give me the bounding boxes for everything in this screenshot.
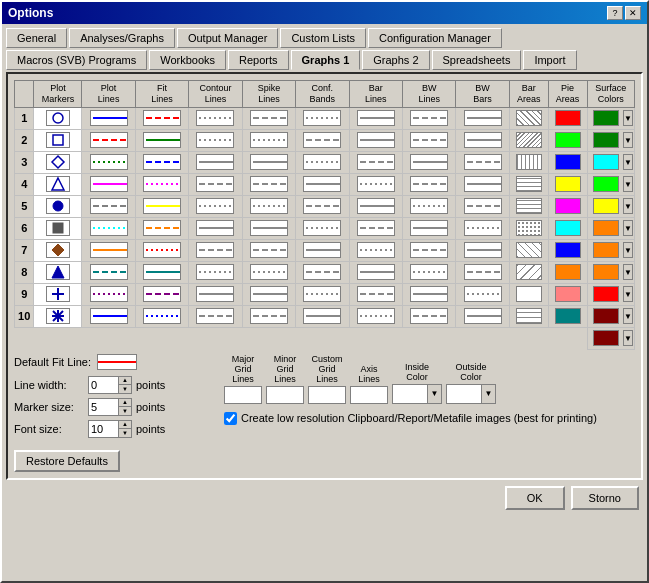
- bw-bar-cell[interactable]: [456, 239, 509, 261]
- spike-line-cell[interactable]: [242, 195, 295, 217]
- conf-band-cell[interactable]: [296, 217, 349, 239]
- bw-line-cell[interactable]: [402, 283, 455, 305]
- bw-line-cell[interactable]: [402, 129, 455, 151]
- bw-bar-cell[interactable]: [456, 261, 509, 283]
- surface-color-cell[interactable]: ▼: [587, 129, 635, 151]
- bar-area-cell[interactable]: [509, 129, 548, 151]
- marker-size-up[interactable]: ▲: [119, 399, 131, 407]
- spike-line-cell[interactable]: [242, 217, 295, 239]
- tab-graphs1[interactable]: Graphs 1: [291, 50, 361, 70]
- conf-band-cell[interactable]: [296, 173, 349, 195]
- inside-color-arrow[interactable]: ▼: [427, 385, 441, 403]
- plot-line-cell[interactable]: [82, 283, 135, 305]
- bw-bar-cell[interactable]: [456, 151, 509, 173]
- bar-line-cell[interactable]: [349, 129, 402, 151]
- marker-cell[interactable]: [34, 217, 82, 239]
- tab-reports[interactable]: Reports: [228, 50, 289, 70]
- bw-line-cell[interactable]: [402, 239, 455, 261]
- bar-area-cell[interactable]: [509, 217, 548, 239]
- bar-area-cell[interactable]: [509, 305, 548, 327]
- marker-cell[interactable]: [34, 173, 82, 195]
- font-size-spinner[interactable]: ▲ ▼: [118, 420, 132, 438]
- marker-cell[interactable]: [34, 305, 82, 327]
- surface-color-cell[interactable]: ▼: [587, 173, 635, 195]
- plot-line-cell[interactable]: [82, 239, 135, 261]
- bar-area-cell[interactable]: [509, 173, 548, 195]
- restore-defaults-button[interactable]: Restore Defaults: [14, 450, 120, 472]
- pie-area-cell[interactable]: [548, 107, 587, 129]
- close-button[interactable]: ✕: [625, 6, 641, 20]
- font-size-up[interactable]: ▲: [119, 421, 131, 429]
- default-fit-line-box[interactable]: [97, 354, 137, 370]
- bw-bar-cell[interactable]: [456, 173, 509, 195]
- pie-area-cell[interactable]: [548, 239, 587, 261]
- spike-line-cell[interactable]: [242, 261, 295, 283]
- major-grid-box[interactable]: [224, 386, 262, 404]
- bar-line-cell[interactable]: [349, 261, 402, 283]
- conf-band-cell[interactable]: [296, 283, 349, 305]
- marker-size-spinbox[interactable]: ▲ ▼: [88, 398, 132, 416]
- marker-cell[interactable]: [34, 283, 82, 305]
- line-width-input[interactable]: [88, 376, 118, 394]
- bw-bar-cell[interactable]: [456, 217, 509, 239]
- plot-line-cell[interactable]: [82, 195, 135, 217]
- contour-line-cell[interactable]: [189, 151, 242, 173]
- pie-area-cell[interactable]: [548, 151, 587, 173]
- bar-line-cell[interactable]: [349, 107, 402, 129]
- bw-bar-cell[interactable]: [456, 283, 509, 305]
- marker-cell[interactable]: [34, 129, 82, 151]
- pie-area-cell[interactable]: [548, 261, 587, 283]
- marker-size-spinner[interactable]: ▲ ▼: [118, 398, 132, 416]
- surface-color-cell[interactable]: ▼: [587, 151, 635, 173]
- bw-line-cell[interactable]: [402, 173, 455, 195]
- bw-bar-cell[interactable]: [456, 305, 509, 327]
- contour-line-cell[interactable]: [189, 261, 242, 283]
- spike-line-cell[interactable]: [242, 305, 295, 327]
- bar-area-cell[interactable]: [509, 261, 548, 283]
- fit-line-cell[interactable]: [135, 173, 188, 195]
- fit-line-cell[interactable]: [135, 151, 188, 173]
- contour-line-cell[interactable]: [189, 195, 242, 217]
- pie-area-cell[interactable]: [548, 283, 587, 305]
- surface-color-cell[interactable]: ▼: [587, 305, 635, 327]
- tab-spreadsheets[interactable]: Spreadsheets: [432, 50, 522, 70]
- marker-size-input[interactable]: [88, 398, 118, 416]
- bar-area-cell[interactable]: [509, 151, 548, 173]
- axis-lines-box[interactable]: [350, 386, 388, 404]
- bar-line-cell[interactable]: [349, 151, 402, 173]
- cancel-button[interactable]: Storno: [571, 486, 639, 510]
- marker-cell[interactable]: [34, 107, 82, 129]
- font-size-spinbox[interactable]: ▲ ▼: [88, 420, 132, 438]
- line-width-spinbox[interactable]: ▲ ▼: [88, 376, 132, 394]
- pie-area-cell[interactable]: [548, 173, 587, 195]
- bar-line-cell[interactable]: [349, 239, 402, 261]
- conf-band-cell[interactable]: [296, 107, 349, 129]
- bw-line-cell[interactable]: [402, 151, 455, 173]
- plot-line-cell[interactable]: [82, 107, 135, 129]
- surface-color-cell[interactable]: ▼: [587, 195, 635, 217]
- spike-line-cell[interactable]: [242, 129, 295, 151]
- contour-line-cell[interactable]: [189, 107, 242, 129]
- font-size-input[interactable]: [88, 420, 118, 438]
- marker-cell[interactable]: [34, 239, 82, 261]
- minor-grid-box[interactable]: [266, 386, 304, 404]
- contour-line-cell[interactable]: [189, 283, 242, 305]
- bw-bar-cell[interactable]: [456, 107, 509, 129]
- spike-line-cell[interactable]: [242, 239, 295, 261]
- line-width-up[interactable]: ▲: [119, 377, 131, 385]
- custom-grid-box[interactable]: [308, 386, 346, 404]
- surface-color-cell[interactable]: ▼: [587, 107, 635, 129]
- marker-size-down[interactable]: ▼: [119, 406, 131, 415]
- bar-area-cell[interactable]: [509, 195, 548, 217]
- bw-bar-cell[interactable]: [456, 129, 509, 151]
- bw-line-cell[interactable]: [402, 261, 455, 283]
- tab-import[interactable]: Import: [523, 50, 576, 70]
- plot-line-cell[interactable]: [82, 129, 135, 151]
- fit-line-cell[interactable]: [135, 129, 188, 151]
- bar-line-cell[interactable]: [349, 305, 402, 327]
- inside-color-dropdown[interactable]: ▼: [392, 384, 442, 404]
- conf-band-cell[interactable]: [296, 305, 349, 327]
- fit-line-cell[interactable]: [135, 107, 188, 129]
- bw-line-cell[interactable]: [402, 305, 455, 327]
- outside-color-arrow[interactable]: ▼: [481, 385, 495, 403]
